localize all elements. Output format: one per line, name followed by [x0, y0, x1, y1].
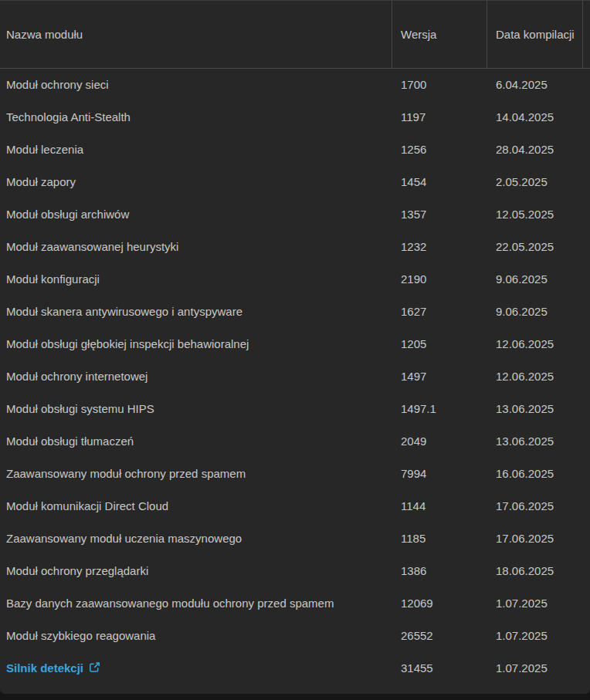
- module-version-cell: 1185: [392, 529, 487, 548]
- table-row[interactable]: Moduł konfiguracji21909.06.2025: [0, 263, 590, 296]
- module-name-cell: Moduł zaawansowanej heurystyki: [0, 233, 392, 261]
- table-row[interactable]: Moduł leczenia125628.04.2025: [0, 134, 590, 166]
- module-name-cell: Moduł ochrony internetowej: [0, 363, 392, 391]
- module-compile-date-cell: 9.06.2025: [487, 270, 583, 289]
- table-row[interactable]: Moduł obsługi archiwów135712.05.2025: [0, 198, 590, 231]
- external-link-icon: [89, 660, 100, 678]
- module-name-cell: Moduł ochrony przeglądarki: [0, 557, 392, 585]
- modules-table: Nazwa modułu Wersja Data kompilacji Modu…: [0, 1, 590, 685]
- column-header-module-name: Nazwa modułu: [0, 1, 392, 68]
- module-name-cell: Technologia Anti-Stealth: [0, 103, 392, 131]
- module-version-cell: 1144: [392, 497, 487, 516]
- table-row[interactable]: Zaawansowany moduł uczenia maszynowego11…: [0, 522, 590, 555]
- module-name-cell: Moduł konfiguracji: [0, 265, 392, 293]
- module-version-cell: 1497.1: [392, 400, 487, 418]
- module-name-cell: Moduł leczenia: [0, 136, 392, 164]
- module-compile-date-cell: 22.05.2025: [487, 238, 583, 256]
- module-version-cell: 7994: [392, 465, 487, 483]
- module-name-cell: Moduł zapory: [0, 168, 392, 196]
- module-version-cell: 2049: [392, 432, 487, 451]
- table-row[interactable]: Moduł zaawansowanej heurystyki123222.05.…: [0, 231, 590, 263]
- column-header-version: Wersja: [392, 1, 487, 68]
- table-header-row: Nazwa modułu Wersja Data kompilacji: [0, 1, 590, 69]
- module-name-cell: Moduł ochrony sieci: [0, 71, 392, 99]
- column-header-spacer: [583, 1, 590, 68]
- module-compile-date-cell: 28.04.2025: [487, 140, 583, 159]
- module-version-cell: 1497: [392, 367, 487, 386]
- table-row[interactable]: Moduł obsługi głębokiej inspekcji behawi…: [0, 328, 590, 360]
- table-row[interactable]: Silnik detekcji314551.07.2025: [0, 652, 590, 685]
- module-version-cell: 1357: [392, 205, 487, 224]
- module-name-cell: Zaawansowany moduł uczenia maszynowego: [0, 525, 392, 553]
- column-header-compile-date: Data kompilacji: [487, 1, 583, 68]
- module-detail-link[interactable]: Silnik detekcji: [6, 659, 100, 678]
- table-row[interactable]: Moduł zapory14542.05.2025: [0, 166, 590, 198]
- module-compile-date-cell: 14.04.2025: [487, 108, 583, 127]
- module-version-cell: 31455: [392, 659, 487, 678]
- module-version-cell: 1454: [392, 173, 487, 191]
- module-version-cell: 1256: [392, 140, 487, 159]
- module-version-cell: 12069: [392, 594, 487, 613]
- table-row[interactable]: Technologia Anti-Stealth119714.04.2025: [0, 101, 590, 134]
- module-version-cell: 1205: [392, 335, 487, 353]
- table-row[interactable]: Moduł obsługi systemu HIPS1497.113.06.20…: [0, 393, 590, 425]
- module-version-cell: 1627: [392, 303, 487, 321]
- table-row[interactable]: Moduł obsługi tłumaczeń204913.06.2025: [0, 425, 590, 458]
- module-compile-date-cell: 18.06.2025: [487, 562, 583, 580]
- module-version-cell: 1386: [392, 562, 487, 580]
- table-row[interactable]: Moduł komunikacji Direct Cloud114417.06.…: [0, 490, 590, 522]
- module-name: Silnik detekcji: [6, 659, 83, 678]
- module-name-cell: Moduł obsługi głębokiej inspekcji behawi…: [0, 330, 392, 358]
- table-row[interactable]: Moduł szybkiego reagowania265521.07.2025: [0, 620, 590, 652]
- module-compile-date-cell: 16.06.2025: [487, 465, 583, 483]
- module-compile-date-cell: 6.04.2025: [487, 76, 583, 94]
- module-name-cell: Moduł komunikacji Direct Cloud: [0, 492, 392, 520]
- module-name-cell: Silnik detekcji: [0, 654, 392, 682]
- module-name-cell: Moduł szybkiego reagowania: [0, 622, 392, 650]
- module-compile-date-cell: 2.05.2025: [487, 173, 583, 191]
- module-compile-date-cell: 17.06.2025: [487, 497, 583, 516]
- table-row[interactable]: Zaawansowany moduł ochrony przed spamem7…: [0, 458, 590, 490]
- module-name-cell: Moduł obsługi systemu HIPS: [0, 395, 392, 423]
- module-version-cell: 1700: [392, 76, 487, 94]
- module-name-cell: Bazy danych zaawansowanego modułu ochron…: [0, 590, 392, 617]
- module-compile-date-cell: 1.07.2025: [487, 594, 583, 613]
- module-name-cell: Moduł skanera antywirusowego i antyspywa…: [0, 298, 392, 326]
- module-compile-date-cell: 9.06.2025: [487, 303, 583, 321]
- module-version-cell: 1197: [392, 108, 487, 127]
- module-version-cell: 2190: [392, 270, 487, 289]
- table-row[interactable]: Moduł ochrony przeglądarki138618.06.2025: [0, 555, 590, 587]
- module-compile-date-cell: 12.05.2025: [487, 205, 583, 224]
- module-version-cell: 1232: [392, 238, 487, 256]
- installed-modules-panel: Nazwa modułu Wersja Data kompilacji Modu…: [0, 0, 590, 694]
- module-compile-date-cell: 1.07.2025: [487, 659, 583, 678]
- module-compile-date-cell: 17.06.2025: [487, 529, 583, 548]
- table-row[interactable]: Moduł ochrony internetowej149712.06.2025: [0, 360, 590, 393]
- table-row[interactable]: Moduł ochrony sieci17006.04.2025: [0, 69, 590, 101]
- module-compile-date-cell: 1.07.2025: [487, 627, 583, 645]
- module-name-cell: Moduł obsługi tłumaczeń: [0, 428, 392, 455]
- module-compile-date-cell: 12.06.2025: [487, 335, 583, 353]
- module-compile-date-cell: 12.06.2025: [487, 367, 583, 386]
- module-compile-date-cell: 13.06.2025: [487, 432, 583, 451]
- table-row[interactable]: Bazy danych zaawansowanego modułu ochron…: [0, 587, 590, 620]
- table-body: Moduł ochrony sieci17006.04.2025Technolo…: [0, 69, 590, 685]
- module-compile-date-cell: 13.06.2025: [487, 400, 583, 418]
- module-name-cell: Zaawansowany moduł ochrony przed spamem: [0, 460, 392, 488]
- module-version-cell: 26552: [392, 627, 487, 645]
- module-name-cell: Moduł obsługi archiwów: [0, 201, 392, 228]
- table-row[interactable]: Moduł skanera antywirusowego i antyspywa…: [0, 296, 590, 328]
